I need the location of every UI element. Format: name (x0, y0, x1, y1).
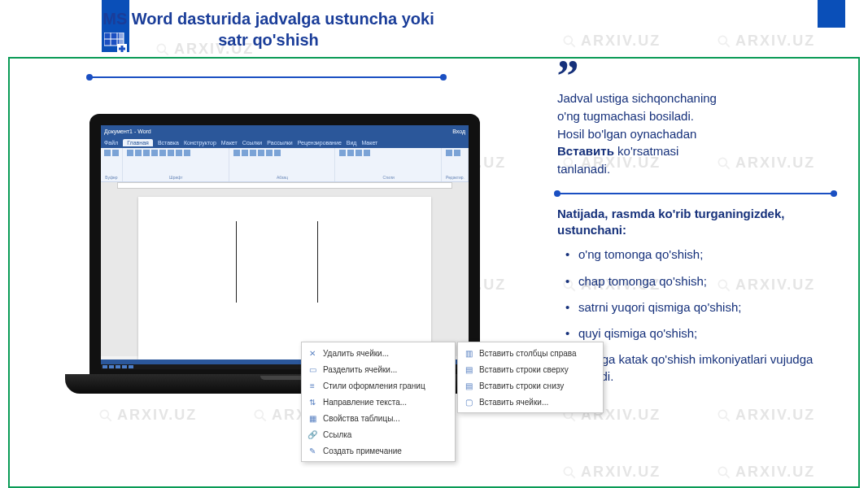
cells-icon: ▢ (463, 396, 474, 407)
list-item: chap tomonga qo'shish; (560, 273, 845, 290)
sidebar-panel: „ Jadval ustiga sichqonchaning o'ng tugm… (543, 0, 868, 488)
menu-item-border-styles[interactable]: ≡Стили оформления границ (302, 377, 455, 394)
page-title: MS Word dasturida jadvalga ustuncha yoki… (98, 8, 439, 50)
svg-rect-42 (119, 33, 124, 46)
tab[interactable]: Макет (221, 140, 238, 146)
menu-label: Разделить ячейки... (323, 365, 397, 374)
menu-label: Вставить ячейки... (479, 398, 548, 407)
ribbon: Буфер Шрифт Абзац Стили Редактир. (101, 148, 469, 182)
col-right-icon: ▥ (463, 347, 474, 359)
menu-item-table-props[interactable]: ▦Свойства таблицы... (302, 410, 455, 426)
list-item: satrni yuqori qismiga qo'shish; (560, 299, 845, 316)
list-item: quyi qismiga qo'shish; (560, 325, 845, 342)
split-icon: ▭ (307, 364, 318, 375)
ribbon-group-label: Абзац (233, 175, 332, 180)
ruler (117, 182, 452, 189)
menu-item-insert-row-above[interactable]: ▤Вставить строки сверху (458, 361, 603, 377)
comment-icon: ✎ (307, 445, 318, 456)
tab[interactable]: Макет (361, 140, 377, 146)
account-label: Вход (452, 129, 465, 134)
menu-label: Стили оформления границ (323, 381, 425, 390)
table-add-icon (104, 33, 129, 57)
result-heading: Natijada, rasmda ko'rib turganingizdek, … (557, 206, 845, 239)
ribbon-group-label: Буфер (104, 175, 119, 180)
ribbon-tabs: Файл Главная Вставка Конструктор Макет С… (101, 137, 469, 148)
menu-item-insert-row-below[interactable]: ▤Вставить строки снизу (458, 377, 603, 394)
menu-item-insert-cells[interactable]: ▢Вставить ячейки... (458, 394, 603, 410)
tab[interactable]: Конструктор (184, 140, 216, 146)
menu-label: Удалить ячейки... (323, 349, 389, 358)
tab[interactable]: Рассылки (267, 140, 292, 146)
decorative-bar (818, 0, 845, 28)
tab-active[interactable]: Главная (123, 139, 153, 146)
menu-label: Вставить строки сверху (479, 365, 569, 374)
list-item: o'ng tomonga qo'shish; (560, 246, 845, 263)
svg-line-1 (164, 50, 168, 54)
context-menu-main: ✕Удалить ячейки... ▭Разделить ячейки... … (301, 342, 456, 462)
title-divider (89, 76, 443, 78)
menu-item-split-cells[interactable]: ▭Разделить ячейки... (302, 361, 455, 377)
intro-text: Jadval ustiga sichqonchaning o'ng tugmac… (557, 89, 845, 178)
word-titlebar: Документ1 - Word Вход (101, 125, 469, 137)
tab[interactable]: Ссылки (242, 140, 263, 146)
menu-item-link[interactable]: 🔗Ссылка (302, 426, 455, 442)
tab[interactable]: Вставка (158, 140, 179, 146)
menu-item-text-direction[interactable]: ⇅Направление текста... (302, 394, 455, 410)
delete-icon: ✕ (307, 347, 318, 359)
ribbon-group-label: Стили (339, 175, 438, 180)
menu-label: Создать примечание (323, 447, 402, 455)
menu-label: Вставить строки снизу (479, 381, 564, 390)
row-below-icon: ▤ (463, 380, 474, 391)
tab[interactable]: Файл (104, 140, 118, 146)
menu-label: Свойства таблицы... (323, 414, 400, 423)
document-area (101, 182, 469, 356)
tab[interactable]: Вид (347, 140, 357, 146)
menu-item-delete-cells[interactable]: ✕Удалить ячейки... (302, 345, 455, 361)
properties-icon: ▦ (307, 412, 318, 424)
row-above-icon: ▤ (463, 364, 474, 375)
divider (557, 193, 834, 194)
context-menu-insert: ▥Вставить столбцы справа ▤Вставить строк… (457, 342, 604, 413)
menu-item-insert-col-right[interactable]: ▥Вставить столбцы справа (458, 345, 603, 361)
ribbon-group-label: Шрифт (127, 175, 225, 180)
direction-icon: ⇅ (307, 396, 318, 407)
border-icon: ≡ (307, 380, 318, 391)
word-app-screenshot: Документ1 - Word Вход Файл Главная Встав… (101, 125, 469, 369)
ribbon-group-label: Редактир. (446, 175, 465, 180)
doc-title: Документ1 - Word (104, 129, 151, 134)
quote-icon: „ (557, 28, 579, 78)
menu-label: Направление текста... (323, 398, 407, 407)
link-icon: 🔗 (307, 429, 318, 440)
document-page (138, 197, 431, 359)
menu-label: Ссылка (323, 430, 351, 439)
menu-label: Вставить столбцы справа (479, 349, 577, 358)
tab[interactable]: Рецензирование (298, 140, 342, 146)
menu-item-comment[interactable]: ✎Создать примечание (302, 442, 455, 459)
